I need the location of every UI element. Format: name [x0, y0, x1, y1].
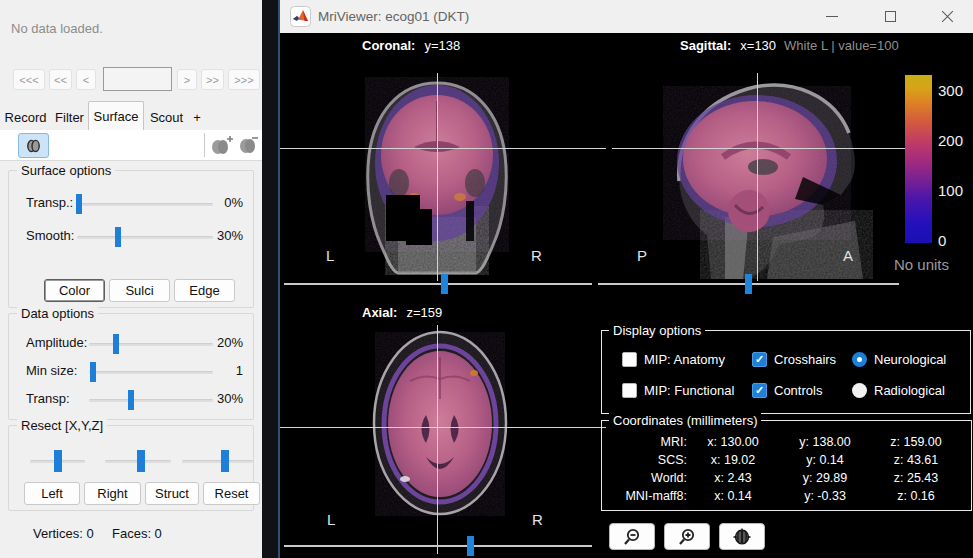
data-transp-slider-thumb[interactable]: [128, 390, 134, 410]
controls-option[interactable]: Controls: [752, 382, 822, 398]
nav-next-button[interactable]: >: [177, 69, 197, 90]
minimize-button[interactable]: [815, 0, 849, 33]
coronal-slice-thumb[interactable]: [441, 274, 448, 294]
minsize-slider-track[interactable]: [89, 371, 213, 374]
axial-position: z=159: [406, 305, 442, 320]
transp-slider-thumb[interactable]: [76, 194, 82, 214]
resect-z-thumb[interactable]: [221, 450, 229, 472]
titlebar[interactable]: MriViewer: ecog01 (DKT): [280, 0, 973, 33]
nav-first-button[interactable]: <<<: [13, 69, 45, 90]
maximize-button[interactable]: [873, 0, 907, 33]
nav-page-input[interactable]: [103, 67, 172, 91]
coordinates-title: Coordinates (millimeters): [609, 413, 761, 428]
axial-slice-thumb[interactable]: [467, 536, 474, 556]
faces-count: Faces: 0: [112, 526, 162, 541]
coord-row-mri: MRI: x: 130.00 y: 138.00 z: 159.00: [601, 433, 961, 451]
axial-left-label: L: [327, 511, 335, 528]
axial-slice-slider[interactable]: [284, 545, 592, 547]
app-root: No data loaded. <<< << < > >> >>> Record…: [0, 0, 973, 558]
coord-row-scs: SCS: x: 19.02 y: 0.14 z: 43.61: [601, 451, 961, 469]
resect-y-thumb[interactable]: [137, 450, 145, 472]
resect-z-track[interactable]: [182, 460, 253, 463]
close-button[interactable]: [930, 0, 964, 33]
axial-slice-image[interactable]: [370, 329, 510, 517]
sulci-button[interactable]: Sulci: [109, 279, 170, 302]
neurological-option[interactable]: Neurological: [852, 351, 946, 367]
coord-x: x: 0.14: [687, 489, 779, 503]
electrodes-button[interactable]: [719, 523, 765, 550]
tab-add[interactable]: +: [189, 106, 205, 130]
mip-anatomy-checkbox[interactable]: [622, 352, 637, 367]
smooth-label: Smooth:: [26, 228, 74, 243]
display-options-title: Display options: [609, 323, 705, 338]
radiological-radio[interactable]: [852, 383, 867, 398]
coord-x: x: 19.02: [687, 453, 779, 467]
resect-x-thumb[interactable]: [54, 450, 62, 472]
resect-right-button[interactable]: Right: [84, 482, 141, 505]
surface-options-title: Surface options: [17, 163, 115, 178]
coord-z: z: 43.61: [871, 453, 961, 467]
mip-functional-option[interactable]: MIP: Functional: [622, 382, 734, 398]
window-gap: [262, 0, 278, 558]
smooth-slider-thumb[interactable]: [115, 227, 121, 247]
tab-filter[interactable]: Filter: [51, 106, 88, 130]
toolbar-separator: [204, 133, 205, 157]
brain-icon: [26, 139, 41, 153]
edge-button[interactable]: Edge: [174, 279, 235, 302]
transp-label: Transp.:: [26, 195, 73, 210]
panel-tabs: Record Filter Surface Scout +: [0, 101, 262, 130]
nav-fast-next-button[interactable]: >>: [201, 69, 224, 90]
sagittal-anterior-label: A: [843, 247, 853, 264]
crosshairs-option[interactable]: Crosshairs: [752, 351, 836, 367]
minsize-slider-thumb[interactable]: [90, 362, 96, 382]
coord-system: MRI:: [601, 435, 687, 449]
controls-checkbox[interactable]: [752, 383, 767, 398]
radiological-option[interactable]: Radiological: [852, 382, 945, 398]
data-options-group: Data options Amplitude: 20% Min size: 1 …: [8, 313, 254, 420]
add-surface-button[interactable]: [210, 135, 234, 160]
neurological-radio[interactable]: [852, 352, 867, 367]
sagittal-posterior-label: P: [637, 247, 647, 264]
resect-left-button[interactable]: Left: [24, 482, 80, 505]
coronal-left-label: L: [326, 247, 334, 264]
coord-x: x: 2.43: [687, 471, 779, 485]
minimize-icon: [826, 16, 838, 17]
sagittal-slice-thumb[interactable]: [745, 274, 752, 294]
nav-prev-button[interactable]: <: [76, 69, 96, 90]
amplitude-slider-thumb[interactable]: [113, 334, 119, 354]
colorbar-tick-100: 100: [938, 182, 973, 198]
tab-scout[interactable]: Scout: [146, 106, 187, 130]
mip-anatomy-option[interactable]: MIP: Anatomy: [622, 351, 725, 367]
surface-toolbar: [0, 130, 262, 161]
coordinates-table: MRI: x: 130.00 y: 138.00 z: 159.00 SCS: …: [601, 433, 961, 505]
resect-title: Resect [X,Y,Z]: [17, 418, 107, 433]
amplitude-value: 20%: [217, 335, 243, 350]
smooth-slider-track[interactable]: [77, 236, 213, 239]
colorbar[interactable]: [905, 75, 932, 243]
coord-y: y: 138.00: [779, 435, 871, 449]
nav-fast-prev-button[interactable]: <<: [49, 69, 72, 90]
axial-name: Axial:: [362, 305, 397, 320]
resect-struct-button[interactable]: Struct: [145, 482, 199, 505]
data-transp-slider-track[interactable]: [89, 399, 213, 402]
sagittal-slice-image[interactable]: [655, 77, 873, 279]
crosshairs-label: Crosshairs: [774, 352, 836, 367]
resect-reset-button[interactable]: Reset: [203, 482, 260, 505]
nav-last-button[interactable]: >>>: [228, 69, 260, 90]
resect-group: Resect [X,Y,Z] Left Right Struct Reset: [8, 425, 254, 511]
surface-select-button[interactable]: [18, 133, 49, 158]
mip-anatomy-label: MIP: Anatomy: [644, 352, 725, 367]
zoom-in-button[interactable]: [664, 523, 710, 550]
mip-functional-checkbox[interactable]: [622, 383, 637, 398]
amplitude-slider-track[interactable]: [89, 343, 213, 346]
tab-surface[interactable]: Surface: [88, 101, 144, 130]
zoom-out-button[interactable]: [609, 523, 655, 550]
tab-record[interactable]: Record: [2, 106, 49, 130]
zoom-out-icon: [622, 528, 642, 546]
crosshairs-checkbox[interactable]: [752, 352, 767, 367]
color-button[interactable]: Color: [44, 279, 105, 302]
remove-surface-button[interactable]: [237, 135, 259, 158]
coronal-slice-slider[interactable]: [284, 283, 592, 285]
transp-slider-track[interactable]: [77, 203, 213, 206]
coord-y: y: -0.33: [779, 489, 871, 503]
